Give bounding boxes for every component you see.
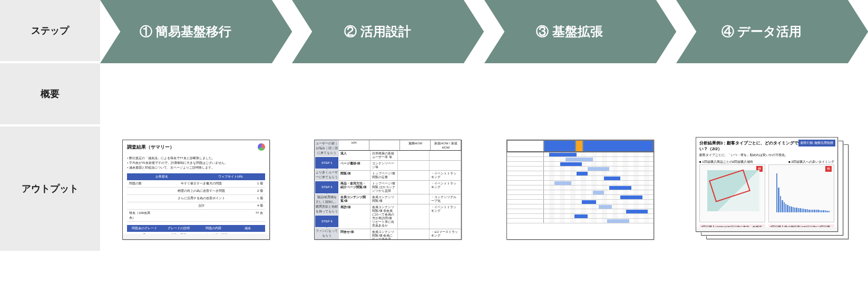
step-1-text: ① 簡易基盤移行: [140, 23, 232, 40]
step1-box: STEP 1: [315, 157, 338, 169]
step-arrow-4: ④ データ活用: [676, 0, 868, 63]
thumb-analysis: 顧客行動 施策活用指標 分析結果例3：顧客タイプごとに、どのタイミングで何を勧め…: [696, 137, 838, 232]
overview-cell-1: [100, 63, 292, 126]
brand-logo-icon: [258, 143, 265, 151]
overview-cell-3: [484, 63, 676, 126]
thumb-analysis-stack: 顧客行動 施策活用指標 分析結果例3：顧客タイプごとに、どのタイミングで何を勧め…: [696, 137, 849, 242]
output-cell-2: ユーザーの姿｜お悩み｜頭｜頭に来てもらう STEP 1 より多くユーザーに来ても…: [292, 126, 484, 253]
thumb4-chartB-label: ■ 2回目購入への多いタイミング: [788, 160, 834, 164]
row-label-step: ステップ: [0, 0, 100, 63]
row-label-overview: 概要: [0, 63, 100, 126]
row-label-output-text: アウトプット: [22, 182, 79, 195]
overview-cell-2: [292, 63, 484, 126]
step-arrow-2: ② 活用設計: [292, 0, 484, 63]
output-cell-4: 顧客行動 施策活用指標 分析結果例3：顧客タイプごとに、どのタイミングで何を勧め…: [676, 126, 868, 253]
row-label-output: アウトプット: [0, 126, 100, 253]
thumb4-chartA-label: ■ 1回目購入商品ごとの2回目購入傾向: [699, 160, 753, 164]
step-3-text: ③ 基盤拡張: [536, 23, 603, 40]
thumb-gantt: [506, 140, 654, 240]
thumb1-grade-header: 問題点のグレード グレードの説明 問題の内容 減点: [127, 225, 265, 232]
thumb2-right: KPI 施策HOW 新規HOW / 新規HOW 流入自然検索の新規ユーザー率 等…: [339, 140, 461, 239]
thumb1-bullets: 弊社規定の「減点法」による得点で77点と診断致しました。 平均点が70点前後です…: [127, 156, 265, 170]
step3-box: STEP 3: [315, 216, 338, 227]
thumb2-leftcol: ユーザーの姿｜お悩み｜頭｜頭に来てもらう STEP 1 より多くユーザーに来ても…: [315, 140, 339, 239]
overview-cell-4: [676, 63, 868, 126]
step-2-text: ② 活用設計: [344, 23, 411, 40]
thumb1-title: 調査結果（サマリー）: [127, 144, 174, 151]
step-arrow-3: ③ 基盤拡張: [484, 0, 676, 63]
step-arrow-1: ① 簡易基盤移行: [100, 0, 292, 63]
step-4-text: ④ データ活用: [721, 23, 802, 40]
thumb1-header-row: お客様名 ウェブサイトURL: [127, 173, 265, 180]
output-cell-3: [484, 126, 676, 253]
thumb4-heatmap: 例: [699, 164, 765, 222]
gantt-top: [507, 140, 654, 152]
gantt-body: [507, 152, 654, 223]
row-label-step-text: ステップ: [31, 24, 69, 37]
thumb4-histogram: 例: [768, 164, 834, 222]
step2-box: STEP 2: [315, 181, 338, 193]
row-label-overview-text: 概要: [41, 87, 60, 100]
thumb1-table: 問題の数今すぐ修正すべき最大の問題1 個 精度の向上の為に改善すべき問題2 個 …: [127, 180, 265, 222]
thumb-summary: 調査結果（サマリー） 弊社規定の「減点法」による得点で77点と診断致しました。 …: [122, 140, 270, 240]
thumb-kpi: ユーザーの姿｜お悩み｜頭｜頭に来てもらう STEP 1 より多くユーザーに来ても…: [314, 140, 462, 240]
thumb4-subtitle: 顧客タイプごとに、「いつ・何を」勧めれば良いかの可視化。: [699, 153, 834, 158]
thumb4-header-badge: 顧客行動 施策活用指標: [798, 140, 835, 146]
output-cell-1: 調査結果（サマリー） 弊社規定の「減点法」による得点で77点と診断致しました。 …: [100, 126, 292, 253]
